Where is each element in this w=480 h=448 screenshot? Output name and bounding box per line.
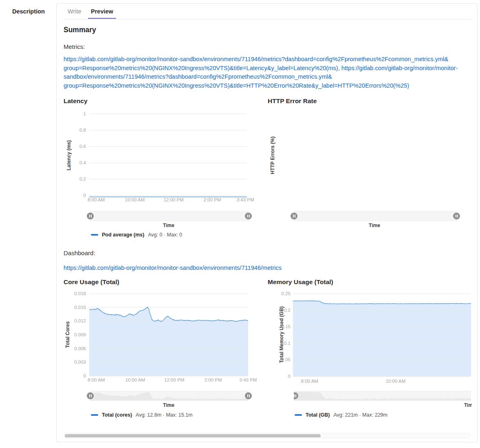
memory_usage_total-y-tick: 0.15	[282, 324, 291, 329]
memory_usage_total-y-tick: 0.2	[284, 308, 291, 313]
memory-usage-brush-clip	[294, 391, 471, 401]
latency-y-tick: 0.8	[79, 128, 86, 132]
core-usage-y-axis-label: Total Cores	[65, 321, 70, 348]
memory-usage-x-axis-label: Time	[464, 402, 472, 408]
memory-usage-legend-swatch-icon	[295, 414, 302, 416]
summary-heading: Summary	[64, 26, 96, 34]
core-usage-brush-slider[interactable]	[90, 391, 249, 401]
core-usage-brush-preview	[90, 391, 249, 401]
memory-usage-legend-stats: Avg: 221m · Max: 229m	[333, 412, 387, 418]
latency-x-tick: 3:43 PM	[237, 197, 254, 202]
latency-plot	[89, 114, 247, 200]
http-error-rate-chart-title: HTTP Error Rate	[268, 97, 317, 105]
core-usage-x-axis-label: Time	[163, 402, 174, 408]
latency-x-tick: 12:00 PM	[163, 197, 183, 202]
core_usage_total-y-tick: 0	[84, 373, 86, 378]
memory_usage_total-y-tick: 0.1	[284, 341, 291, 346]
dashboard-label: Dashboard:	[64, 249, 95, 256]
core_usage_total-y-tick: 0.018	[74, 291, 86, 296]
core-usage-brush-right-handle[interactable]	[245, 393, 252, 399]
memory-usage-brush-preview	[294, 391, 471, 401]
core_usage_total-y-tick: 0.009	[74, 332, 86, 337]
core-usage-legend[interactable]: Total (cores) Avg: 12.8m · Max: 15.1m	[91, 412, 193, 418]
memory-usage-legend[interactable]: Total (GB) Avg: 221m · Max: 229m	[295, 412, 388, 418]
memory-usage-brush-slider[interactable]	[294, 391, 471, 401]
core-usage-plot	[89, 294, 248, 377]
memory-usage-plot	[293, 294, 471, 377]
latency-brush-right-handle[interactable]	[245, 213, 252, 220]
metrics-link-line[interactable]: https://gitlab.com/gitlab-org/monitor/mo…	[64, 55, 458, 64]
latency-y-tick: 0.6	[79, 144, 86, 149]
core-usage-chart-title: Core Usage (Total)	[64, 278, 119, 286]
http-error-rate-brush-left-handle[interactable]	[291, 213, 297, 220]
memory_usage_total-y-tick: 0	[288, 374, 291, 379]
core-usage-legend-stats: Avg: 12.8m · Max: 15.1m	[136, 412, 192, 418]
latency-x-tick: 10:00 AM	[125, 197, 145, 202]
latency-legend[interactable]: Pod average (ms) Avg: 0 · Max: 0	[91, 232, 182, 238]
memory_usage_total-y-tick: 0.05	[282, 357, 291, 362]
metrics-link-line[interactable]: group=Response%20metrics%20(NGINX%20Ingr…	[64, 82, 458, 90]
latency-brush-slider[interactable]	[90, 211, 249, 221]
http-error-rate-y-axis-label: HTTP Errors (%)	[270, 137, 275, 174]
description-preview-panel: Write Preview Summary Metrics: https://g…	[56, 3, 478, 442]
memory-usage-chart-title: Memory Usage (Total)	[268, 278, 333, 286]
core_usage_total-x-tick: 8:00 AM	[88, 377, 105, 382]
tab-preview[interactable]: Preview	[88, 8, 116, 19]
latency-y-tick: 0.4	[79, 160, 86, 165]
latency-y-tick: 0	[84, 193, 86, 198]
latency-x-tick: 8:00 AM	[88, 197, 105, 202]
tab-write[interactable]: Write	[68, 8, 81, 15]
latency-brush-left-handle[interactable]	[87, 213, 94, 220]
latency-x-axis-label: Time	[163, 223, 174, 228]
core_usage_total-x-tick: 12:00 PM	[164, 377, 184, 382]
metrics-link-line[interactable]: group=Response%20metrics%20(NGINX%20Ingr…	[64, 64, 458, 73]
core_usage_total-y-tick: 0.015	[74, 305, 86, 310]
metrics-links: https://gitlab.com/gitlab-org/monitor/mo…	[64, 55, 458, 90]
dashboard-link[interactable]: https://gitlab.com/gitlab-org/monitor/mo…	[64, 265, 282, 271]
core-usage-legend-swatch-icon	[91, 414, 98, 416]
description-field-label: Description	[12, 8, 45, 15]
memory_usage_total-y-tick: 0.25	[282, 291, 291, 296]
metrics-label: Metrics:	[64, 43, 85, 50]
memory-usage-legend-name: Total (GB)	[306, 412, 330, 418]
latency-legend-stats: Avg: 0 · Max: 0	[148, 232, 182, 238]
memory_usage_total-x-tick: 10:00 AM	[385, 379, 405, 384]
core-usage-brush-left-handle[interactable]	[87, 393, 94, 399]
core_usage_total-y-tick: 0.006	[74, 346, 86, 351]
latency-chart-title: Latency	[64, 97, 88, 105]
memory-usage-y-axis-label: Total Memory Used (GB)	[279, 306, 284, 363]
horizontal-scrollbar-thumb[interactable]	[65, 434, 321, 437]
core_usage_total-x-tick: 3:43 PM	[240, 377, 257, 382]
latency-x-tick: 2:00 PM	[203, 197, 221, 202]
latency-legend-name: Pod average (ms)	[102, 232, 144, 238]
http-error-rate-brush-right-handle[interactable]	[453, 213, 460, 220]
write-preview-tabbar: Write Preview	[64, 4, 471, 20]
http-error-rate-x-axis-label: Time	[369, 223, 380, 228]
latency-legend-swatch-icon	[91, 234, 98, 236]
horizontal-scrollbar[interactable]	[64, 433, 471, 438]
latency-y-tick: 0.2	[79, 177, 86, 181]
http-error-rate-brush-slider[interactable]	[294, 211, 457, 221]
metrics-link-line[interactable]: sandbox/environments/711946/metrics?dash…	[64, 73, 458, 82]
latency-y-axis-label: Latency (ms)	[66, 140, 72, 170]
core_usage_total-x-tick: 10:00 AM	[125, 377, 145, 382]
core_usage_total-y-tick: 0.012	[74, 318, 86, 323]
core_usage_total-x-tick: 2:00 PM	[205, 377, 222, 382]
memory_usage_total-x-tick: 8:00 AM	[301, 379, 318, 384]
latency-y-tick: 1	[84, 111, 86, 116]
core-usage-legend-name: Total (cores)	[102, 412, 132, 418]
core_usage_total-y-tick: 0.003	[74, 360, 86, 364]
